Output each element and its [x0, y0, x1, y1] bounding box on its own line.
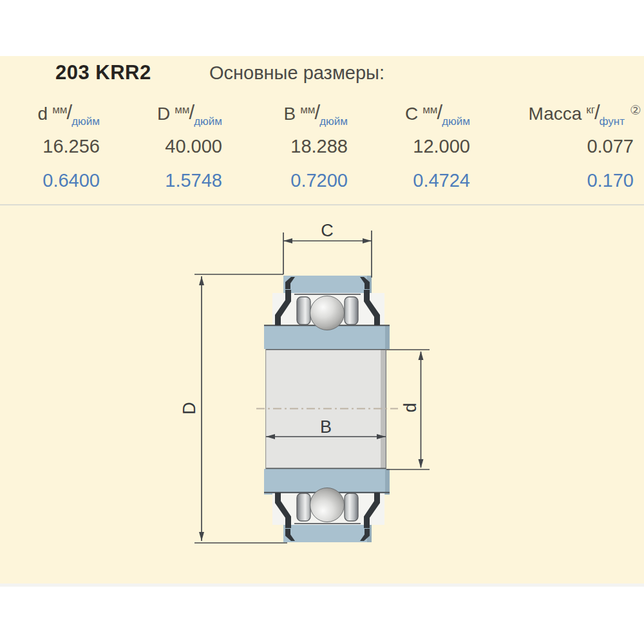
ball	[310, 296, 345, 330]
dimension-d: d	[386, 350, 430, 469]
cage-bar	[297, 297, 310, 325]
bearing-diagram: C D d B	[0, 0, 644, 644]
label-B: B	[320, 417, 332, 437]
bearing-top-module	[264, 276, 390, 330]
dimension-C: C	[283, 221, 372, 278]
bearing-bottom-module	[264, 488, 390, 543]
bearing-outer-ring-and-shaft	[264, 325, 390, 495]
label-d: d	[401, 402, 420, 412]
catalog-page: { "page": { "title": "203 KRR2", "subtit…	[0, 0, 644, 644]
label-D: D	[180, 402, 199, 415]
inner-ring-extension	[283, 276, 372, 295]
label-C: C	[321, 221, 334, 240]
